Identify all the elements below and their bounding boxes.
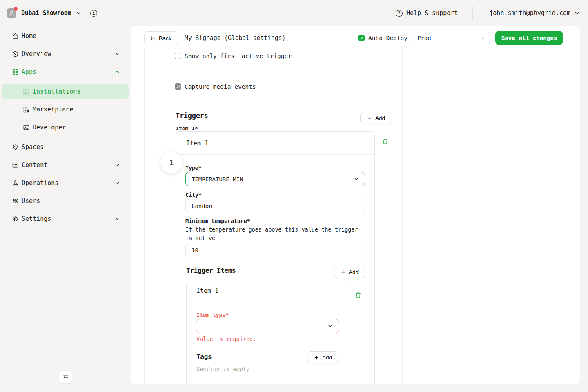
guide-line [144,49,145,384]
sidebar-collapse-button[interactable] [59,370,72,384]
trigger-item-card-title: Item 1 [196,287,218,294]
show-only-first-trigger-label: Show only first active trigger [185,53,292,59]
gear-icon [12,216,19,223]
sidebar-item-operations[interactable]: Operations [2,175,129,191]
add-label: Add [375,115,385,121]
save-all-changes-button[interactable]: Save all changes [495,31,563,45]
sidebar-item-users[interactable]: Users [2,193,129,209]
item-type-select[interactable] [196,319,339,333]
capture-media-events-row[interactable]: Capture media events [175,83,256,90]
sidebar-item-label: Users [22,197,40,205]
trigger-item-card: Item 1 Item type* Value is required. Tag… [186,281,347,384]
map-pin-icon [12,144,19,151]
plus-icon [341,270,346,275]
sidebar-item-label: Content [22,161,47,169]
trigger-index-badge: 1 [160,151,183,174]
environment-select[interactable]: Prod [412,32,490,44]
min-temperature-input[interactable] [185,243,365,257]
sidebar-item-overview[interactable]: Overview [2,46,129,62]
dashboard-icon [12,51,19,58]
sidebar-item-installations[interactable]: Installations [2,84,129,99]
type-select[interactable]: TEMPERATURE_MIN [185,172,365,186]
topbar-divider [472,6,473,20]
user-menu[interactable]: john.smith@phygrid.com [481,9,580,17]
users-icon [12,198,19,205]
guide-line [423,49,423,384]
plus-icon [367,116,372,121]
guide-line [155,49,155,384]
topbar-right: ? Help & support john.smith@phygrid.com [396,0,580,26]
delete-trigger-icon[interactable] [382,138,389,145]
sidebar-item-content[interactable]: Content [2,157,129,173]
sidebar-item-label: Spaces [22,143,44,151]
sidebar-item-marketplace[interactable]: Marketplace [2,102,129,117]
arrow-left-icon [149,35,156,41]
min-temperature-description: If the temperature goes above this value… [185,225,367,243]
sidebar-item-label: Marketplace [33,106,73,113]
help-support-button[interactable]: ? Help & support [396,9,458,17]
info-icon[interactable]: i [90,10,97,17]
chevron-up-icon [115,69,120,74]
tags-empty-text: Section is empty [196,366,249,372]
sidebar: Home Overview Apps Installations Marketp… [0,26,131,392]
sidebar-item-developer[interactable]: Developer [2,120,129,135]
add-label: Add [349,269,359,275]
check-icon [176,85,180,89]
guide-line [413,49,413,384]
sidebar-item-label: Home [22,32,36,40]
sidebar-item-label: Operations [22,179,58,187]
trigger-item-card-header[interactable]: Item 1 [187,281,347,301]
person-icon [9,10,15,16]
page-title: My Signage (Global settings) [185,26,285,49]
sidebar-item-label: Settings [22,215,51,223]
type-label: Type* [185,165,202,171]
auto-deploy-checkbox[interactable] [358,35,365,41]
guide-line [165,49,165,384]
chevron-down-icon [115,216,120,221]
trigger-items-heading: Trigger Items [186,267,236,274]
form-content: Show only first active trigger Capture m… [131,49,580,384]
city-label: City* [185,192,202,198]
type-value: TEMPERATURE_MIN [192,176,243,183]
chevron-down-icon [354,176,359,182]
back-button[interactable]: Back [144,31,178,45]
chevron-down-icon [115,51,120,56]
chevron-down-icon [115,180,120,185]
back-label: Back [159,35,172,42]
org-avatar [7,8,16,18]
chevron-down-icon [115,163,120,167]
sidebar-item-apps[interactable]: Apps [2,64,129,80]
tags-heading: Tags [196,353,212,361]
trigger-card: Item 1 Type* TEMPERATURE_MIN City* Minim… [176,131,375,384]
notification-dot [14,7,18,11]
org-name: Dubai Showroom [21,9,71,17]
sidebar-item-settings[interactable]: Settings [2,211,129,227]
capture-media-events-checkbox[interactable] [175,83,181,90]
marketplace-icon [23,106,30,113]
environment-value: Prod [417,35,431,41]
delete-trigger-item-icon[interactable] [355,292,362,298]
org-switcher[interactable]: Dubai Showroom [7,6,81,20]
city-input[interactable] [185,199,365,213]
show-only-first-trigger-checkbox[interactable] [175,53,181,59]
sidebar-item-label: Overview [22,50,51,58]
show-only-first-trigger-row[interactable]: Show only first active trigger [175,53,292,59]
top-bar: Dubai Showroom i ? Help & support john.s… [0,0,588,26]
user-email: john.smith@phygrid.com [489,9,570,17]
chevron-down-icon [76,11,81,16]
auto-deploy-toggle[interactable]: Auto Deploy [358,26,408,49]
terminal-icon [23,124,30,131]
sidebar-item-home[interactable]: Home [2,28,129,44]
trigger-card-header[interactable]: Item 1 [176,132,374,155]
plus-icon [314,355,319,360]
triggers-add-button[interactable]: Add [360,112,392,124]
question-icon: ? [396,10,403,17]
tags-add-button[interactable]: Add [307,351,339,363]
chevron-down-icon [575,11,580,16]
min-temperature-label: Minimum temperature* [185,218,250,224]
sidebar-item-spaces[interactable]: Spaces [2,139,129,155]
trigger-items-add-button[interactable]: Add [334,266,365,278]
help-label: Help & support [406,9,458,17]
item-type-label: Item type* [196,312,229,318]
capture-media-events-label: Capture media events [185,83,256,90]
